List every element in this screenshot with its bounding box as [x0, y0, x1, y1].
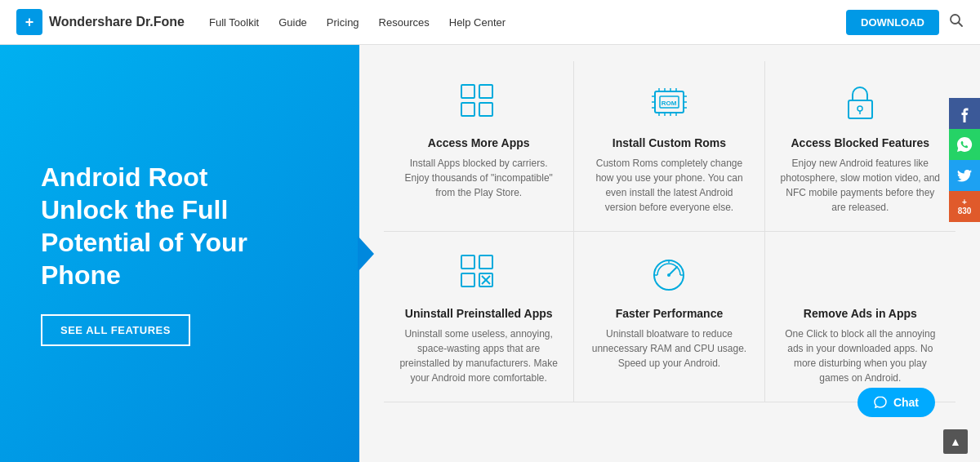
svg-text:ROM: ROM [662, 100, 677, 107]
svg-point-24 [858, 106, 862, 111]
apps-grid-icon [399, 78, 559, 127]
svg-rect-5 [479, 103, 492, 116]
features-bottom-row: Uninstall Preinstalled Apps Uninstall so… [384, 232, 956, 402]
hero-title: Android RootUnlock the FullPotential of … [41, 161, 318, 291]
svg-rect-26 [461, 255, 474, 269]
logo-icon: + [16, 9, 42, 35]
svg-rect-27 [479, 255, 492, 269]
social-sidebar: +830 [949, 98, 980, 222]
nav-resources[interactable]: Resources [379, 16, 430, 29]
download-button[interactable]: DOWNLOAD [846, 10, 939, 35]
svg-rect-3 [479, 85, 492, 98]
logo-area: + Wondershare Dr.Fone [16, 9, 185, 35]
main-nav: Full Toolkit Guide Pricing Resources Hel… [209, 16, 846, 29]
see-all-features-button[interactable]: SEE ALL FEATURES [41, 314, 190, 346]
feature-uninstall-desc: Uninstall some useless, annoying, space-… [399, 327, 559, 385]
scroll-to-top-button[interactable]: ▲ [943, 429, 968, 454]
feature-install-custom-roms-desc: Custom Roms completely change how you us… [589, 156, 749, 215]
feature-remove-ads-desc: One Click to block all the annoying ads … [780, 327, 941, 385]
header: + Wondershare Dr.Fone Full Toolkit Guide… [0, 0, 980, 45]
feature-faster-performance-title: Faster Performance [589, 307, 749, 320]
uninstall-apps-icon [399, 248, 559, 297]
twitter-share-button[interactable] [949, 160, 980, 191]
feature-faster-performance: Faster Performance Uninstall bloatware t… [574, 232, 764, 402]
feature-access-blocked-title: Access Blocked Features [780, 136, 941, 149]
svg-rect-28 [461, 273, 474, 287]
svg-rect-23 [849, 100, 872, 118]
feature-access-more-apps-desc: Install Apps blocked by carriers. Enjoy … [399, 156, 559, 200]
logo-text: Wondershare Dr.Fone [49, 15, 185, 29]
whatsapp-share-button[interactable] [949, 129, 980, 160]
chat-label: Chat [893, 396, 919, 409]
svg-line-33 [669, 267, 677, 275]
nav-full-toolkit[interactable]: Full Toolkit [209, 16, 259, 29]
nav-pricing[interactable]: Pricing [327, 16, 359, 29]
hero-panel: Android RootUnlock the FullPotential of … [0, 45, 359, 462]
share-count-button[interactable]: +830 [949, 191, 980, 222]
svg-rect-4 [461, 103, 474, 116]
facebook-share-button[interactable] [949, 98, 980, 129]
svg-line-1 [959, 23, 963, 27]
feature-uninstall: Uninstall Preinstalled Apps Uninstall so… [384, 232, 574, 402]
chat-button[interactable]: Chat [858, 388, 935, 417]
feature-install-custom-roms-title: Install Custom Roms [589, 136, 749, 149]
feature-uninstall-title: Uninstall Preinstalled Apps [399, 307, 559, 320]
lock-icon [780, 78, 941, 127]
feature-remove-ads-title: Remove Ads in Apps [780, 307, 941, 320]
nav-guide[interactable]: Guide [278, 16, 307, 29]
feature-faster-performance-desc: Uninstall bloatware to reduce unnecessar… [589, 327, 749, 371]
feature-access-more-apps: Access More Apps Install Apps blocked by… [384, 61, 574, 232]
feature-access-more-apps-title: Access More Apps [399, 136, 559, 149]
feature-access-blocked: Access Blocked Features Enjoy new Androi… [765, 61, 956, 232]
search-icon[interactable] [949, 13, 964, 31]
svg-point-34 [667, 273, 670, 277]
svg-rect-2 [461, 85, 474, 98]
feature-access-blocked-desc: Enjoy new Android features like photosph… [780, 156, 941, 215]
rom-chip-icon: ROM [589, 78, 749, 127]
nav-help-center[interactable]: Help Center [449, 16, 506, 29]
remove-ads-icon [780, 248, 941, 297]
speedometer-icon [589, 248, 749, 297]
feature-install-custom-roms: ROM [574, 61, 764, 232]
features-top-row: Access More Apps Install Apps blocked by… [384, 61, 956, 232]
feature-remove-ads: Remove Ads in Apps One Click to block al… [765, 232, 956, 402]
main-container: Android RootUnlock the FullPotential of … [0, 45, 980, 462]
